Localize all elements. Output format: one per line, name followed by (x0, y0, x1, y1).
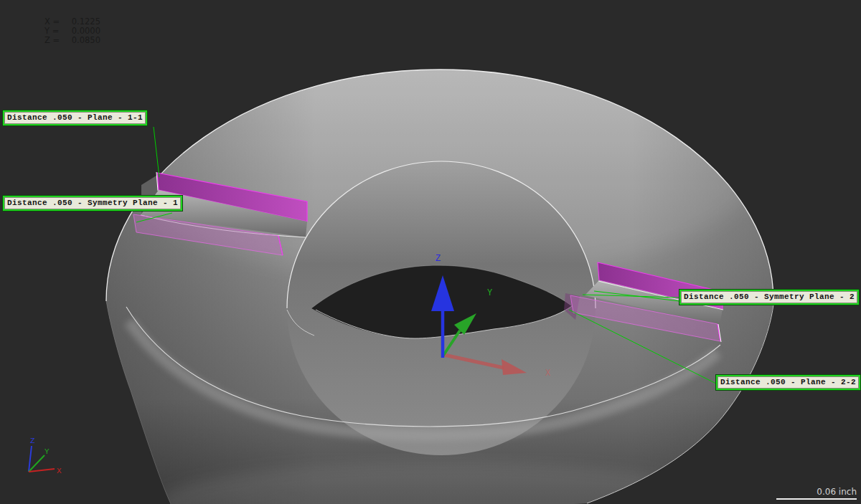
scale-bar-label: 0.06 inch (817, 487, 857, 497)
z-axis-label: Z (436, 254, 441, 264)
readout-z-row: Z = 0.0850 (44, 36, 100, 45)
world-x-label: X (57, 467, 62, 475)
annotation-distance-plane-2-2[interactable]: Distance .050 - Plane - 2-2 (716, 375, 860, 390)
readout-z-label: Z = (44, 36, 66, 45)
world-triad: Z Y X (29, 437, 62, 475)
world-y-label: Y (44, 447, 50, 456)
world-y-axis (29, 455, 44, 472)
x-axis-label: X (545, 369, 550, 379)
annotation-distance-symmetry-plane-1[interactable]: Distance .050 - Symmetry Plane - 1 (3, 196, 182, 211)
annotation-distance-plane-1-1[interactable]: Distance .050 - Plane - 1-1 (3, 110, 147, 125)
model-scene: X Y Z Z Y X (0, 0, 861, 504)
leader-plane-1 (154, 127, 159, 177)
y-axis-label: Y (487, 288, 492, 298)
world-z-axis (29, 446, 32, 472)
scale-bar-line (776, 498, 857, 500)
scale-bar: 0.06 inch (776, 487, 857, 500)
readout-z-value: 0.0850 (66, 36, 100, 45)
world-x-axis (29, 469, 55, 472)
annotation-distance-symmetry-plane-2[interactable]: Distance .050 - Symmetry Plane - 2 (679, 290, 859, 305)
coordinate-readout: X = 0.1225 Y = 0.0000 Z = 0.0850 (44, 17, 100, 45)
cad-3d-viewport[interactable]: X Y Z Z Y X X = 0.1225 Y = 0.0000 (0, 0, 861, 504)
world-z-label: Z (30, 437, 35, 445)
